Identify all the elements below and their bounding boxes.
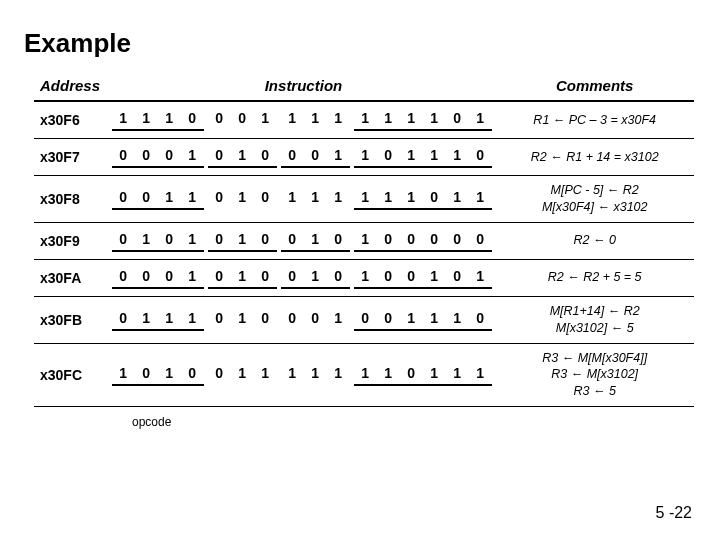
bit: 1: [354, 146, 377, 168]
bits-cell: 0101010010100000: [112, 222, 496, 259]
bit: 1: [400, 146, 423, 168]
bit: 1: [423, 109, 446, 131]
comment-cell: R2 ← R2 + 5 = 5: [495, 259, 694, 296]
bit: 1: [469, 267, 492, 289]
bit: 0: [469, 146, 492, 168]
bit: 0: [208, 309, 231, 331]
bit: 0: [354, 309, 377, 331]
bit: 0: [377, 309, 400, 331]
bit: 1: [469, 188, 492, 210]
bit: 1: [469, 109, 492, 131]
bit: 1: [304, 267, 327, 289]
bit: 1: [135, 109, 158, 131]
bit: 0: [446, 230, 469, 252]
bit: 1: [158, 309, 181, 331]
bit: 0: [254, 267, 277, 289]
bit: 1: [304, 109, 327, 131]
bit: 0: [423, 188, 446, 210]
bit: 1: [281, 364, 304, 386]
bit: 1: [327, 188, 350, 210]
bit: 1: [446, 309, 469, 331]
bit: 0: [208, 364, 231, 386]
bit: 1: [304, 230, 327, 252]
bit: 0: [281, 267, 304, 289]
bits-cell: 0001010010100101: [112, 259, 496, 296]
bit: 1: [400, 188, 423, 210]
bit: 0: [181, 109, 204, 131]
bit: 0: [158, 267, 181, 289]
bit: 1: [254, 364, 277, 386]
bit: 0: [135, 188, 158, 210]
bit: 0: [158, 230, 181, 252]
bit: 0: [400, 364, 423, 386]
bit: 1: [446, 188, 469, 210]
table-row: x30FB0111010001001110M[R1+14] ← R2M[x310…: [34, 296, 694, 343]
opcode-label: opcode: [132, 415, 698, 429]
bit: 0: [112, 146, 135, 168]
bit: 0: [158, 146, 181, 168]
bit: 0: [377, 146, 400, 168]
bit: 1: [327, 109, 350, 131]
bit: 0: [281, 230, 304, 252]
header-address: Address: [34, 73, 112, 101]
slide: Example Address Instruction Comments x30…: [0, 0, 720, 540]
bit: 1: [231, 188, 254, 210]
page-number: 5 -22: [656, 504, 692, 522]
comment-cell: R3 ← M[M[x30F4]]R3 ← M[x3102]R3 ← 5: [495, 343, 694, 407]
bit: 0: [254, 146, 277, 168]
bit: 1: [423, 146, 446, 168]
bit: 0: [208, 188, 231, 210]
table-row: x30F90101010010100000R2 ← 0: [34, 222, 694, 259]
table-row: x30FA0001010010100101R2 ← R2 + 5 = 5: [34, 259, 694, 296]
bit: 1: [446, 146, 469, 168]
bit: 1: [354, 230, 377, 252]
bit: 1: [181, 267, 204, 289]
comment-cell: R1 ← PC – 3 = x30F4: [495, 101, 694, 139]
bits-cell: 0111010001001110: [112, 296, 496, 343]
bit: 0: [112, 188, 135, 210]
bit: 0: [304, 146, 327, 168]
bit: 1: [135, 230, 158, 252]
bit: 1: [112, 364, 135, 386]
address-cell: x30F6: [34, 101, 112, 139]
table-header-row: Address Instruction Comments: [34, 73, 694, 101]
bit: 1: [354, 188, 377, 210]
bit: 0: [446, 109, 469, 131]
address-cell: x30F9: [34, 222, 112, 259]
bits-cell: 1110001111111101: [112, 101, 496, 139]
bit: 0: [377, 267, 400, 289]
bit: 1: [469, 364, 492, 386]
bit: 1: [423, 309, 446, 331]
bits-cell: 1010011111110111: [112, 343, 496, 407]
bit: 0: [112, 267, 135, 289]
bit: 0: [231, 109, 254, 131]
table-row: x30F70001010001101110R2 ← R1 + 14 = x310…: [34, 139, 694, 176]
bit: 1: [158, 109, 181, 131]
bit: 1: [231, 146, 254, 168]
bit: 0: [254, 188, 277, 210]
bit: 1: [181, 146, 204, 168]
comment-cell: R2 ← R1 + 14 = x3102: [495, 139, 694, 176]
bit: 0: [135, 364, 158, 386]
comment-cell: M[PC - 5] ← R2M[x30F4] ← x3102: [495, 176, 694, 223]
bit: 0: [469, 230, 492, 252]
bit: 1: [181, 230, 204, 252]
table-row: x30FC1010011111110111R3 ← M[M[x30F4]]R3 …: [34, 343, 694, 407]
bit: 0: [400, 267, 423, 289]
bit: 1: [231, 364, 254, 386]
header-instruction: Instruction: [112, 73, 496, 101]
bits-cell: 0011010111111011: [112, 176, 496, 223]
bit: 0: [446, 267, 469, 289]
bit: 1: [354, 109, 377, 131]
bit: 1: [354, 267, 377, 289]
bit: 0: [112, 230, 135, 252]
bit: 1: [446, 364, 469, 386]
bit: 0: [281, 309, 304, 331]
bit: 1: [377, 364, 400, 386]
bit: 1: [327, 309, 350, 331]
comment-cell: M[R1+14] ← R2M[x3102] ← 5: [495, 296, 694, 343]
bit: 0: [181, 364, 204, 386]
bit: 0: [469, 309, 492, 331]
bit: 1: [281, 188, 304, 210]
bit: 0: [377, 230, 400, 252]
